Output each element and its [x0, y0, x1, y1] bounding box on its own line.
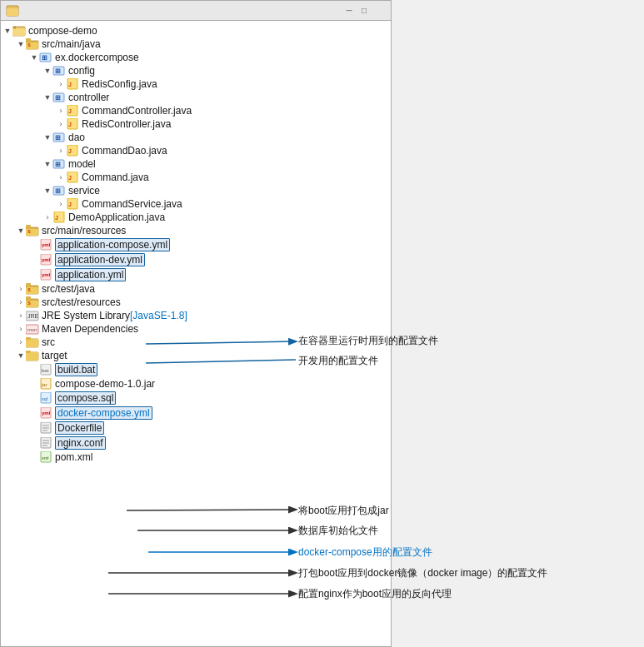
label-CommandService.java: CommandService.java	[82, 198, 182, 210]
tree-item-RedisConfig.java[interactable]: ›JRedisConfig.java	[1, 77, 391, 91]
tree-item-RedisController.java[interactable]: ›JRedisController.java	[1, 117, 391, 131]
svg-text:yml: yml	[42, 411, 51, 416]
tree-item-src-main-java[interactable]: ▼ssrc/main/java	[1, 37, 391, 51]
tree-item-compose.sql[interactable]: sqlcompose.sql	[1, 391, 391, 406]
svg-text:sql: sql	[42, 396, 47, 401]
tree-arrow-RedisController.java[interactable]: ›	[56, 118, 66, 130]
svg-text:s: s	[27, 228, 31, 234]
svg-rect-62	[26, 351, 31, 353]
svg-text:jar: jar	[41, 382, 47, 387]
tree-arrow-controller[interactable]: ▼	[42, 92, 52, 103]
icon-service: ⊞	[52, 185, 66, 197]
maximize-icon[interactable]: □	[357, 4, 371, 17]
tree-item-pom.xml[interactable]: xmlpom.xml	[1, 450, 391, 464]
tree-arrow-Command.java[interactable]: ›	[56, 172, 66, 183]
svg-rect-61	[26, 352, 38, 361]
tree-item-src-test-java[interactable]: ›ssrc/test/java	[1, 282, 391, 296]
tree-item-compose-demo[interactable]: ▼compose-demo	[1, 24, 391, 37]
file-tree: ▼compose-demo▼ssrc/main/java▼⊞ex.dockerc…	[1, 21, 391, 467]
svg-text:mvn: mvn	[27, 327, 37, 332]
tree-item-src-test-resources[interactable]: ›ssrc/test/resources	[1, 296, 391, 309]
tree-item-DemoApplication.java[interactable]: ›JDemoApplication.java	[1, 211, 391, 224]
svg-text:s: s	[27, 300, 31, 306]
tree-item-config[interactable]: ▼⊞config	[1, 64, 391, 77]
icon-dao: ⊞	[52, 132, 66, 143]
tree-item-application-dev.yml[interactable]: ymlapplication-dev.yml	[1, 252, 391, 267]
tree-item-JRE-System-Library[interactable]: ›JREJRE System Library [JavaSE-1.8]	[1, 309, 391, 322]
tree-arrow-src-test-resources[interactable]: ›	[16, 296, 26, 308]
tree-item-src[interactable]: ›src	[1, 336, 391, 349]
icon-build.bat: bat	[39, 364, 52, 376]
tree-arrow-CommandDao.java[interactable]: ›	[56, 145, 66, 157]
tree-item-Command.java[interactable]: ›JCommand.java	[1, 171, 391, 184]
tree-item-compose-demo-1.0.jar[interactable]: jarcompose-demo-1.0.jar	[1, 377, 391, 391]
tree-arrow-target[interactable]: ▼	[16, 350, 26, 361]
svg-text:⊞: ⊞	[55, 161, 61, 168]
header-icons: ─ □	[342, 4, 386, 17]
label-docker-compose.yml: docker-compose.yml	[55, 406, 152, 420]
tree-arrow-config[interactable]: ▼	[42, 65, 52, 77]
tree-item-model[interactable]: ▼⊞model	[1, 157, 391, 171]
tree-item-docker-compose.yml[interactable]: ymldocker-compose.yml	[1, 406, 391, 421]
tree-arrow-src[interactable]: ›	[16, 336, 26, 348]
tree-arrow-src-test-java[interactable]: ›	[16, 283, 26, 295]
svg-rect-75	[41, 437, 51, 448]
svg-text:J: J	[68, 148, 72, 154]
svg-text:yml: yml	[42, 272, 51, 277]
icon-JRE-System-Library: JRE	[26, 310, 39, 321]
close-icon[interactable]	[372, 4, 386, 17]
tree-arrow-compose-demo[interactable]: ▼	[2, 25, 12, 37]
icon-config: ⊞	[52, 65, 66, 77]
tree-arrow-src-main-resources[interactable]: ▼	[16, 225, 26, 236]
svg-text:⊞: ⊞	[55, 94, 61, 102]
tree-item-controller[interactable]: ▼⊞controller	[1, 91, 391, 104]
tree-item-target[interactable]: ▼target	[1, 349, 391, 362]
icon-src-main-resources: s	[26, 225, 39, 236]
tree-item-application-compose.yml[interactable]: ymlapplication-compose.yml	[1, 237, 391, 252]
label-config: config	[68, 65, 95, 77]
tree-item-CommandService.java[interactable]: ›JCommandService.java	[1, 197, 391, 211]
tree-item-Dockerfile[interactable]: Dockerfile	[1, 421, 391, 435]
tree-item-CommandDao.java[interactable]: ›JCommandDao.java	[1, 144, 391, 157]
label-service: service	[68, 185, 100, 197]
label-ex-dockercompose: ex.dockercompose	[55, 52, 139, 63]
minimize-icon[interactable]: ─	[342, 4, 356, 17]
panel-header: ─ □	[1, 1, 391, 21]
tree-item-build.bat[interactable]: batbuild.bat	[1, 362, 391, 377]
icon-compose-demo-1.0.jar: jar	[39, 378, 52, 390]
svg-rect-58	[26, 339, 38, 347]
tree-arrow-DemoApplication.java[interactable]: ›	[42, 212, 52, 223]
label-JRE-System-Library: JRE System Library	[42, 310, 130, 321]
project-explorer-panel: ─ □ ▼compose-demo▼ssrc/main/java▼⊞ex.doc…	[0, 0, 392, 647]
svg-text:J: J	[68, 108, 72, 114]
tree-arrow-dao[interactable]: ▼	[42, 132, 52, 143]
icon-src	[26, 336, 39, 348]
tree-arrow-Maven-Dependencies[interactable]: ›	[16, 323, 26, 335]
tree-arrow-ex-dockercompose[interactable]: ▼	[29, 52, 39, 63]
tree-item-nginx.conf[interactable]: nginx.conf	[1, 435, 391, 450]
svg-text:s: s	[27, 42, 31, 47]
tree-arrow-src-main-java[interactable]: ▼	[16, 38, 26, 50]
tree-item-CommandController.java[interactable]: ›JCommandController.java	[1, 104, 391, 117]
svg-text:⊞: ⊞	[42, 54, 47, 62]
tree-item-service[interactable]: ▼⊞service	[1, 184, 391, 197]
label-RedisConfig.java: RedisConfig.java	[82, 78, 157, 90]
icon-controller: ⊞	[52, 92, 66, 103]
tree-arrow-CommandService.java[interactable]: ›	[56, 198, 66, 210]
tree-arrow-JRE-System-Library[interactable]: ›	[16, 310, 26, 321]
label-Dockerfile: Dockerfile	[55, 421, 104, 435]
tree-item-Maven-Dependencies[interactable]: ›mvnMaven Dependencies	[1, 322, 391, 336]
tree-item-application.yml[interactable]: ymlapplication.yml	[1, 267, 391, 282]
tree-arrow-CommandController.java[interactable]: ›	[56, 105, 66, 117]
icon-CommandService.java: J	[66, 198, 79, 210]
tree-item-src-main-resources[interactable]: ▼ssrc/main/resources	[1, 224, 391, 237]
icon-src-test-java: s	[26, 283, 39, 295]
icon-ex-dockercompose: ⊞	[39, 52, 52, 63]
tree-arrow-model[interactable]: ▼	[42, 158, 52, 170]
label-src-test-java: src/test/java	[42, 283, 95, 295]
svg-rect-71	[41, 422, 51, 433]
tree-item-ex-dockercompose[interactable]: ▼⊞ex.dockercompose	[1, 51, 391, 64]
tree-item-dao[interactable]: ▼⊞dao	[1, 131, 391, 144]
tree-arrow-RedisConfig.java[interactable]: ›	[56, 78, 66, 90]
tree-arrow-service[interactable]: ▼	[42, 185, 52, 197]
